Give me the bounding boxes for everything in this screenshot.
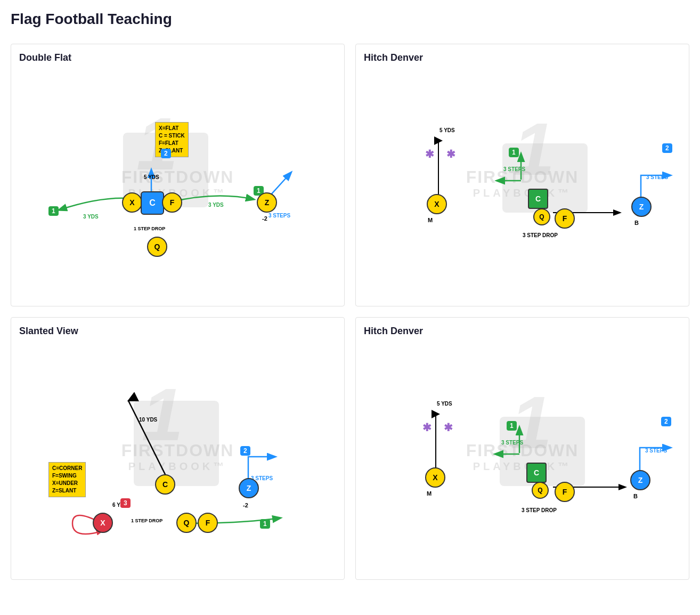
player-f-sv: F	[198, 513, 218, 533]
play-card-hitch-denver-1: Hitch Denver FIRSTDOWN PLAYBOOK™ 1 ✱ ✱	[355, 44, 689, 306]
label-5yds-hd1: 5 YDS	[439, 127, 455, 133]
asterisk-right-hd2: ✱	[444, 421, 453, 434]
player-x-sv: X	[93, 513, 113, 533]
play-title-hitch-denver-1: Hitch Denver	[364, 52, 681, 63]
label-5yds-hd2: 5 YDS	[437, 401, 452, 407]
plays-grid: Double Flat FIRSTDOWN PLAYBOOK™ 1 X=FLAT…	[11, 44, 689, 580]
label-minus2-sv: -2	[243, 502, 248, 508]
badge-2-blue-sv: 2	[240, 446, 250, 456]
label-minus2: -2	[262, 215, 267, 222]
player-f-hd1: F	[555, 208, 575, 229]
label-b-hd1: B	[634, 220, 639, 226]
player-z-sv: Z	[239, 478, 259, 498]
label-m-hd1: M	[428, 217, 433, 223]
badge-1-green-hd1: 1	[509, 148, 519, 157]
player-c-hd1: C	[528, 189, 548, 209]
badge-2-blue: 2	[161, 149, 171, 158]
play-card-double-flat: Double Flat FIRSTDOWN PLAYBOOK™ 1 X=FLAT…	[11, 44, 345, 306]
badge-1-green-sv: 1	[260, 519, 270, 529]
player-f-hd2: F	[555, 482, 575, 502]
player-q-hd1: Q	[533, 208, 550, 225]
play-card-hitch-denver-2: Hitch Denver FIRSTDOWN PLAYBOOK™ 1 ✱ ✱	[355, 317, 689, 580]
player-c-double-flat: C	[141, 191, 164, 215]
label-10yds-sv: 10 YDS	[139, 417, 157, 423]
label-3steps-hd2-left: 3 STEPS	[501, 440, 523, 446]
label-b-hd2: B	[633, 493, 638, 499]
label-3yds-left: 3 YDS	[83, 214, 99, 220]
play-card-slanted-view: Slanted View FIRSTDOWN PLAYBOOK™ 1	[11, 317, 345, 580]
label-3yds-right: 3 YDS	[208, 202, 224, 208]
player-x-hd2: X	[425, 467, 445, 488]
asterisk-left-hd2: ✱	[422, 421, 432, 434]
play-title-hitch-denver-2: Hitch Denver	[364, 326, 681, 337]
badge-1-green-left: 1	[48, 206, 59, 216]
label-3steps-hd1-right: 3 STEPS	[646, 174, 668, 180]
label-3step-drop-hd1: 3 STEP DROP	[523, 232, 558, 238]
play-diagram-double-flat: FIRSTDOWN PLAYBOOK™ 1 X=FLATC = STICKF=F…	[19, 69, 336, 298]
legend-box-sv: C=CORNERF=SWINGX=UNDERZ=SLANT	[48, 462, 86, 497]
badge-1-green-hd2: 1	[507, 421, 517, 431]
play-diagram-slanted-view: FIRSTDOWN PLAYBOOK™ 1	[19, 342, 336, 571]
play-title-slanted-view: Slanted View	[19, 326, 336, 337]
label-3step-drop-hd2: 3 STEP DROP	[522, 507, 557, 513]
play-diagram-hitch-denver-1: FIRSTDOWN PLAYBOOK™ 1 ✱ ✱	[364, 69, 681, 298]
svg-line-6	[128, 401, 166, 475]
arrows-double-flat	[19, 69, 336, 298]
arrows-hd1	[364, 69, 681, 298]
player-z-hd1: Z	[631, 197, 652, 217]
player-q-double-flat: Q	[147, 237, 167, 257]
badge-2-blue-hd2: 2	[661, 417, 671, 426]
player-q-hd2: Q	[532, 482, 549, 499]
player-f-double-flat: F	[162, 192, 182, 213]
player-q-sv: Q	[176, 513, 197, 533]
player-z-double-flat: Z	[257, 192, 277, 213]
arrows-hd2	[364, 342, 681, 571]
label-5yds-1: 5 YDS	[144, 174, 159, 180]
play-title-double-flat: Double Flat	[19, 52, 336, 63]
asterisk-right: ✱	[446, 148, 455, 160]
arrows-sv	[19, 342, 336, 571]
label-3steps-hd1-left: 3 STEPS	[503, 166, 525, 172]
label-1step-drop-sv: 1 STEP DROP	[131, 518, 162, 523]
player-x-double-flat: X	[122, 192, 142, 213]
player-x-hd1: X	[427, 194, 447, 214]
label-3steps-hd2-right: 3 STEPS	[645, 448, 667, 454]
badge-2-blue-hd1: 2	[662, 143, 672, 153]
player-z-hd2: Z	[630, 470, 650, 490]
badge-3-red-sv: 3	[120, 498, 131, 508]
asterisk-left: ✱	[425, 148, 434, 160]
player-c-sv: C	[155, 474, 175, 495]
label-3steps-1: 3 STEPS	[268, 213, 290, 219]
page-title: Flag Football Teaching	[11, 11, 689, 28]
play-diagram-hitch-denver-2: FIRSTDOWN PLAYBOOK™ 1 ✱ ✱	[364, 342, 681, 571]
label-1step-drop: 1 STEP DROP	[134, 226, 165, 231]
player-c-hd2: C	[526, 463, 547, 483]
legend-box-double-flat: X=FLATC = STICKF=FLATZ=SLANT	[155, 122, 189, 157]
label-m-hd2: M	[427, 490, 432, 497]
